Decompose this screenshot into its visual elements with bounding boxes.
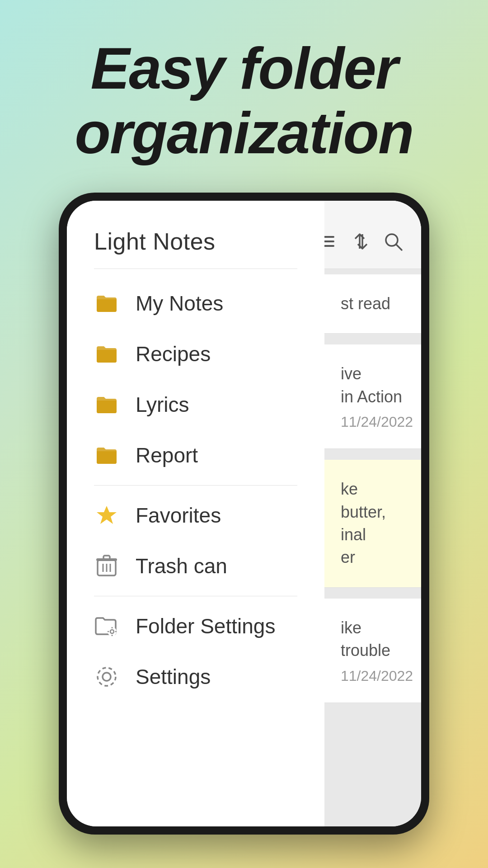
note-date-2: 11/24/2022 (341, 414, 405, 430)
note-snippet-1: st read (341, 292, 405, 315)
main-header (324, 201, 421, 269)
sidebar-label-recipes: Recipes (136, 342, 211, 366)
folder-icon-lyrics (94, 392, 119, 417)
sidebar-item-folder-settings[interactable]: Folder Settings (67, 601, 324, 651)
sidebar-item-trash[interactable]: Trash can (67, 541, 324, 591)
svg-marker-0 (97, 506, 117, 524)
note-card-2[interactable]: ivein Action 11/24/2022 (324, 344, 421, 449)
sidebar-label-my-notes: My Notes (136, 291, 223, 316)
sidebar-item-settings[interactable]: Settings (67, 651, 324, 702)
main-content: st read ivein Action 11/24/2022 ke butte… (324, 201, 421, 826)
sidebar-label-settings: Settings (136, 665, 211, 689)
sidebar-label-trash: Trash can (136, 554, 227, 578)
folder-icon-report (94, 443, 119, 468)
sidebar-middle-divider (94, 485, 297, 486)
phone-wrapper: Light Notes My Notes (59, 193, 429, 835)
sidebar-label-report: Report (136, 443, 198, 467)
svg-rect-3 (103, 556, 110, 559)
sidebar-top-divider (94, 269, 297, 269)
svg-point-13 (103, 673, 111, 681)
folder-icon-my-notes (94, 291, 119, 316)
note-card-3[interactable]: ke butter,inaler (324, 460, 421, 588)
svg-rect-16 (324, 241, 334, 242)
menu-icon[interactable] (324, 228, 336, 255)
search-icon[interactable] (383, 228, 403, 255)
gear-icon (94, 664, 119, 689)
phone-screen: Light Notes My Notes (67, 201, 421, 826)
sidebar-bottom-divider (94, 596, 297, 596)
sort-icon[interactable] (350, 228, 370, 255)
svg-rect-15 (324, 236, 334, 238)
app-title: Light Notes (67, 228, 324, 269)
sidebar-label-lyrics: Lyrics (136, 392, 189, 417)
phone-frame: Light Notes My Notes (59, 193, 429, 835)
note-snippet-3: ke butter,inaler (341, 478, 405, 569)
sidebar-label-favorites: Favorites (136, 503, 221, 528)
star-icon (94, 503, 119, 528)
folder-settings-icon (94, 613, 119, 639)
note-snippet-2: ivein Action (341, 363, 405, 408)
note-card-1[interactable]: st read (324, 274, 421, 334)
sidebar-label-folder-settings: Folder Settings (136, 614, 275, 638)
note-snippet-4: ike trouble (341, 617, 405, 662)
headline-text: Easy folder organization (27, 36, 461, 165)
note-card-4[interactable]: ike trouble 11/24/2022 (324, 599, 421, 703)
sidebar-item-lyrics[interactable]: Lyrics (67, 379, 324, 430)
svg-line-21 (396, 245, 402, 250)
note-date-4: 11/24/2022 (341, 668, 405, 684)
folder-icon-recipes (94, 341, 119, 367)
headline-section: Easy folder organization (0, 0, 488, 184)
svg-point-14 (98, 668, 116, 686)
sidebar-item-recipes[interactable]: Recipes (67, 329, 324, 379)
svg-rect-17 (324, 245, 334, 247)
sidebar-item-my-notes[interactable]: My Notes (67, 278, 324, 329)
sidebar-item-report[interactable]: Report (67, 430, 324, 481)
sidebar-item-favorites[interactable]: Favorites (67, 490, 324, 541)
trash-icon (94, 553, 119, 579)
sidebar-drawer: Light Notes My Notes (67, 201, 324, 826)
